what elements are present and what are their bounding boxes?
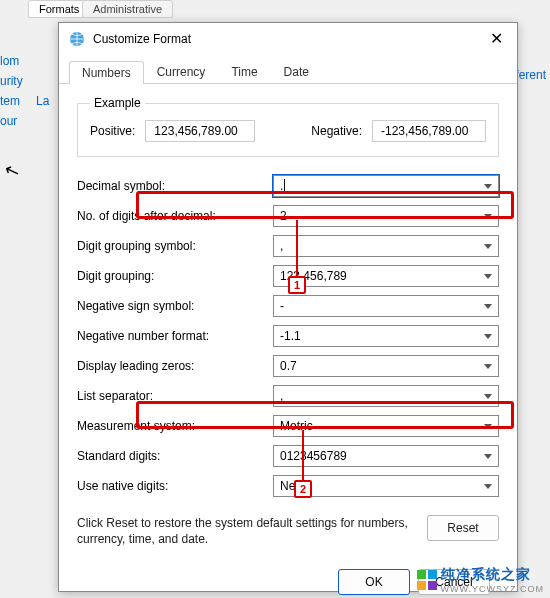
- digits-after-label: No. of digits after decimal:: [77, 209, 273, 223]
- watermark-text: 纯净系统之家: [441, 566, 545, 584]
- bg-tab-formats[interactable]: Formats: [28, 0, 90, 18]
- tab-strip: Numbers Currency Time Date: [59, 54, 517, 84]
- tab-date[interactable]: Date: [271, 60, 322, 83]
- tab-currency[interactable]: Currency: [144, 60, 219, 83]
- decimal-symbol-combo[interactable]: .: [273, 175, 499, 197]
- close-button[interactable]: ✕: [486, 29, 507, 48]
- customize-format-dialog: Customize Format ✕ Numbers Currency Time…: [58, 22, 518, 592]
- list-sep-combo[interactable]: ,: [273, 385, 499, 407]
- negative-value: -123,456,789.00: [372, 120, 486, 142]
- leading-zeros-combo[interactable]: 0.7: [273, 355, 499, 377]
- mouse-cursor-icon: ↖: [1, 158, 23, 184]
- decimal-symbol-label: Decimal symbol:: [77, 179, 273, 193]
- positive-label: Positive:: [90, 124, 135, 138]
- list-sep-label: List separator:: [77, 389, 273, 403]
- dialog-title: Customize Format: [93, 32, 486, 46]
- positive-value: 123,456,789.00: [145, 120, 255, 142]
- digit-grouping-label: Digit grouping:: [77, 269, 273, 283]
- std-digits-label: Standard digits:: [77, 449, 273, 463]
- footer-note: Click Reset to restore the system defaul…: [77, 515, 499, 547]
- ok-button[interactable]: OK: [338, 569, 410, 595]
- title-bar: Customize Format ✕: [59, 23, 517, 54]
- footer-text: Click Reset to restore the system defaul…: [77, 515, 415, 547]
- bg-left-item[interactable]: lom: [0, 54, 23, 68]
- number-settings: Decimal symbol: . No. of digits after de…: [77, 171, 499, 501]
- neg-sign-label: Negative sign symbol:: [77, 299, 273, 313]
- tab-content: Example Positive: 123,456,789.00 Negativ…: [59, 84, 517, 591]
- grouping-symbol-combo[interactable]: ,: [273, 235, 499, 257]
- measurement-label: Measurement system:: [77, 419, 273, 433]
- measurement-combo[interactable]: Metric: [273, 415, 499, 437]
- std-digits-combo[interactable]: 0123456789: [273, 445, 499, 467]
- bg-left-nav: lom urity tem our: [0, 54, 23, 134]
- leading-zeros-label: Display leading zeros:: [77, 359, 273, 373]
- watermark: 纯净系统之家 WWW.YCWSYZ.COM: [417, 566, 545, 594]
- tab-time[interactable]: Time: [218, 60, 270, 83]
- tab-numbers[interactable]: Numbers: [69, 61, 144, 84]
- neg-format-label: Negative number format:: [77, 329, 273, 343]
- native-digits-label: Use native digits:: [77, 479, 273, 493]
- reset-button[interactable]: Reset: [427, 515, 499, 541]
- digit-grouping-combo[interactable]: 123,456,789: [273, 265, 499, 287]
- watermark-logo-icon: [417, 570, 437, 590]
- native-digits-combo[interactable]: Never: [273, 475, 499, 497]
- bg-left-item[interactable]: tem: [0, 94, 23, 108]
- neg-sign-combo[interactable]: -: [273, 295, 499, 317]
- bg-left-item[interactable]: urity: [0, 74, 23, 88]
- watermark-url: WWW.YCWSYZ.COM: [441, 584, 545, 594]
- digits-after-combo[interactable]: 2: [273, 205, 499, 227]
- negative-label: Negative:: [311, 124, 362, 138]
- bg-link-la[interactable]: La: [36, 94, 49, 108]
- globe-icon: [69, 31, 85, 47]
- neg-format-combo[interactable]: -1.1: [273, 325, 499, 347]
- example-legend: Example: [90, 96, 145, 110]
- bg-left-item[interactable]: our: [0, 114, 23, 128]
- example-group: Example Positive: 123,456,789.00 Negativ…: [77, 96, 499, 157]
- grouping-symbol-label: Digit grouping symbol:: [77, 239, 273, 253]
- bg-tab-administrative[interactable]: Administrative: [82, 0, 173, 18]
